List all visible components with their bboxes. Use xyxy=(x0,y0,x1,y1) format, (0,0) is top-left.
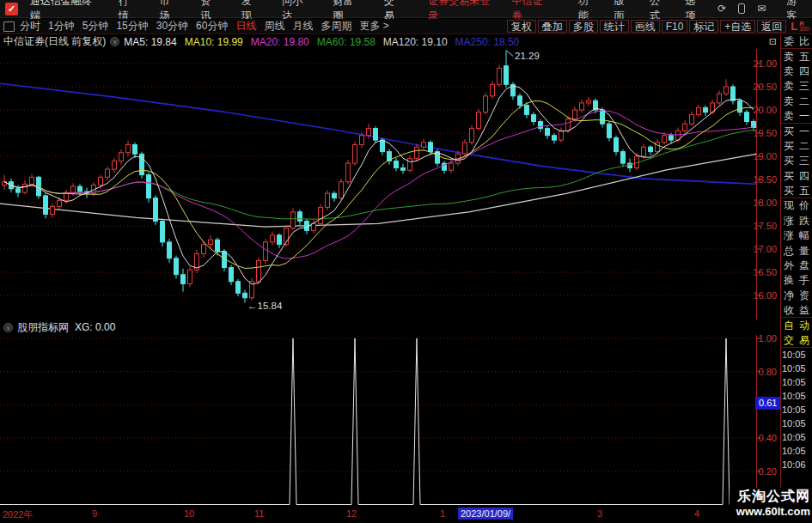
svg-text:21.29: 21.29 xyxy=(515,51,540,61)
quote-row: 买三 xyxy=(781,154,812,168)
axis-year-label: 2022年 xyxy=(3,508,33,521)
svg-text:←15.84: ←15.84 xyxy=(247,301,283,311)
tick-time: 10:05 xyxy=(781,444,812,458)
period-tab[interactable]: 60分钟 xyxy=(196,19,228,33)
quote-row: 卖三 xyxy=(781,79,812,94)
collapse-icon[interactable]: ∨ xyxy=(110,37,119,46)
quote-row: 卖四 xyxy=(781,64,812,79)
refresh-icon[interactable]: ⟳ xyxy=(717,3,726,15)
ma-label: MA250: 18.50 xyxy=(455,36,520,48)
tool-button[interactable]: 叠加 xyxy=(538,20,567,33)
axis-month: 12 xyxy=(346,508,357,519)
quote-row: 涨跌 xyxy=(781,214,812,228)
tick-time: 10:06 xyxy=(781,458,812,471)
mail-icon[interactable]: ✉ xyxy=(757,3,766,15)
indicator-value: XG: 0.00 xyxy=(75,321,115,333)
tick-time: 10:05 xyxy=(781,417,812,430)
ma-label: MA60: 19.58 xyxy=(317,36,375,48)
ma-label: MA10: 19.99 xyxy=(185,36,243,48)
tick-time: 10:05 xyxy=(781,375,812,389)
layout-box-icon[interactable] xyxy=(3,21,15,32)
tool-button[interactable]: 复权 xyxy=(507,20,536,33)
quote-row: 卖二 xyxy=(781,94,812,109)
period-tabs: 分时1分钟5分钟15分钟30分钟60分钟日线周线月线多周期更多 > xyxy=(20,19,397,33)
tool-button[interactable]: 画线 xyxy=(631,20,660,33)
quote-row: 买一 xyxy=(781,124,812,138)
main-candlestick-chart[interactable]: 21.0020.5020.0019.5019.0018.5018.0017.50… xyxy=(0,49,780,319)
level-indicator: L R300 xyxy=(791,20,809,33)
axis-month: 1 xyxy=(440,508,445,519)
svg-text:1.00: 1.00 xyxy=(759,335,777,344)
mobile-icon[interactable] xyxy=(738,3,745,14)
quote-row: 现价 xyxy=(781,198,812,213)
ma-label: MA5: 19.84 xyxy=(124,36,176,48)
period-tab[interactable]: 15分钟 xyxy=(116,19,148,33)
period-tab[interactable]: 分时 xyxy=(20,19,40,33)
chart-header: 中信证券(日线 前复权) ∨ MA5: 19.84MA10: 19.99MA20… xyxy=(0,34,780,49)
watermark-title: 乐淘公式网 xyxy=(730,488,810,505)
ma-label: MA120: 19.10 xyxy=(383,36,448,48)
period-toolbar: 分时1分钟5分钟15分钟30分钟60分钟日线周线月线多周期更多 > 复权叠加多股… xyxy=(0,19,812,34)
axis-month: 11 xyxy=(254,508,264,519)
tick-time: 10:05 xyxy=(781,348,812,362)
period-tab[interactable]: 5分钟 xyxy=(82,19,109,33)
indicator-name: 股朋指标网 xyxy=(17,320,69,335)
quote-row: 总量 xyxy=(781,243,812,258)
tool-button[interactable]: +自选 xyxy=(720,20,755,33)
period-tab[interactable]: 日线 xyxy=(235,19,256,33)
stock-title: 中信证券(日线 前复权) xyxy=(3,34,106,49)
menu-bar: ✓ 通达信金融终端 行情市场资讯发现问小达财富圈交易 证券交易未登录 中信证券 … xyxy=(0,0,812,18)
svg-text:0.20: 0.20 xyxy=(759,466,777,477)
quote-row: 买五 xyxy=(781,184,812,198)
sidebar-action-自动[interactable]: 自动 xyxy=(781,318,812,332)
tool-button[interactable]: 多股 xyxy=(569,20,598,33)
sidebar-action-交易[interactable]: 交易 xyxy=(781,333,812,348)
ma-labels: MA5: 19.84MA10: 19.99MA20: 19.80MA60: 19… xyxy=(124,36,527,48)
quote-sidebar: 委比卖五卖四卖三卖二卖一买一买二买三买四买五现价涨跌涨幅总量外盘换手净资收益自动… xyxy=(780,34,812,523)
indicator-collapse-icon[interactable]: ∨ xyxy=(3,323,13,332)
axis-month: 4 xyxy=(694,508,699,519)
quote-row: 卖五 xyxy=(781,49,812,64)
axis-month: 10 xyxy=(184,508,194,519)
tool-button[interactable]: F10 xyxy=(662,20,688,33)
svg-text:0.80: 0.80 xyxy=(759,367,777,377)
period-tab[interactable]: 30分钟 xyxy=(156,19,188,33)
panel-corner-icon[interactable]: ⊡ xyxy=(769,36,777,47)
quote-row: 换手 xyxy=(781,273,812,288)
date-axis: 2022年 9101112134 2023/01/09/— xyxy=(0,506,780,523)
quote-row: 买二 xyxy=(781,139,812,154)
axis-month: 3 xyxy=(597,508,602,519)
tool-button[interactable]: 统计 xyxy=(600,20,629,33)
quote-row: 卖一 xyxy=(781,109,812,124)
quote-row: 涨幅 xyxy=(781,228,812,243)
watermark: 乐淘公式网 www.60lt.com xyxy=(730,488,812,523)
tick-time: 10:05 xyxy=(781,362,812,375)
tick-time: 10:05 xyxy=(781,430,812,444)
ma-label: MA20: 19.80 xyxy=(251,36,309,48)
selected-date-box: 2023/01/09/— xyxy=(458,508,513,520)
app-logo-icon: ✓ xyxy=(5,3,18,15)
indicator-header: ∨ 股朋指标网 XG: 0.00 xyxy=(0,319,780,335)
period-tab[interactable]: 更多 > xyxy=(359,19,388,33)
tool-button[interactable]: 返回 xyxy=(757,20,786,33)
indicator-chart[interactable]: 1.000.800.600.400.200.61 xyxy=(0,335,780,506)
period-tab[interactable]: 月线 xyxy=(292,19,313,33)
period-tab[interactable]: 多周期 xyxy=(321,19,351,33)
tdx-terminal-window: ✓ 通达信金融终端 行情市场资讯发现问小达财富圈交易 证券交易未登录 中信证券 … xyxy=(0,0,812,523)
tool-buttons: 复权叠加多股统计画线F10标记+自选返回 xyxy=(505,20,787,33)
period-tab[interactable]: 1分钟 xyxy=(48,19,75,33)
quote-row: 外盘 xyxy=(781,258,812,273)
quote-row: 委比 xyxy=(781,34,812,49)
tick-time: 10:05 xyxy=(781,389,812,403)
quote-row: 收益 xyxy=(781,303,812,318)
quote-row: 净资 xyxy=(781,289,812,303)
watermark-url: www.60lt.com xyxy=(730,505,810,519)
tick-time: 10:05 xyxy=(781,403,812,417)
svg-text:0.40: 0.40 xyxy=(759,433,777,443)
axis-month: 9 xyxy=(92,508,97,519)
tool-button[interactable]: 标记 xyxy=(689,20,718,33)
quote-row: 买四 xyxy=(781,169,812,184)
period-tab[interactable]: 周线 xyxy=(264,19,284,33)
svg-text:0.61: 0.61 xyxy=(759,398,777,408)
